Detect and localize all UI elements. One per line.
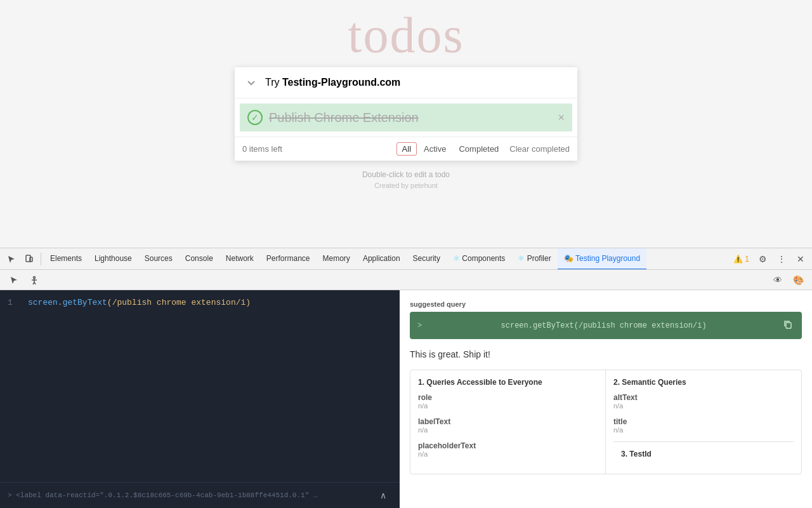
device-toggle-button[interactable] [20, 250, 38, 268]
queries-grid: 1. Queries Accessible to Everyone role n… [410, 370, 802, 474]
svg-rect-7 [786, 323, 791, 328]
suggested-label: suggested query [410, 300, 802, 308]
title-query-item: title n/a [613, 417, 794, 434]
title-label: title [613, 417, 794, 426]
tab-lighthouse[interactable]: Lighthouse [88, 248, 138, 270]
tab-console[interactable]: Console [179, 248, 219, 270]
tab-components[interactable]: ⚛ Components [447, 248, 511, 270]
collapse-button[interactable]: ∧ [374, 486, 392, 504]
created-by-text: Created by petehunt [374, 182, 438, 189]
more-options-button[interactable]: ⋮ [773, 250, 790, 268]
svg-rect-1 [30, 257, 32, 262]
role-query-item: role n/a [418, 393, 598, 410]
warning-badge[interactable]: ⚠️ 1 [730, 253, 752, 265]
components-icon: ⚛ [453, 254, 460, 263]
pointer-icon [10, 276, 18, 284]
role-value: n/a [418, 402, 598, 410]
devtools-toolbar: Elements Lighthouse Sources Console Netw… [0, 248, 812, 270]
banner-text: Try Testing-Playground.com [265, 77, 400, 88]
code-content: screen.getByText(/publish chrome extensi… [28, 298, 251, 307]
testid-title: 3. TestId [621, 450, 786, 458]
device-icon [25, 255, 34, 264]
devtools-panel: Elements Lighthouse Sources Console Netw… [0, 248, 812, 508]
query-column-2: 2. Semantic Queries altText n/a title n/… [606, 370, 801, 474]
warning-icon: ⚠️ [733, 255, 743, 264]
toolbar-right: ⚠️ 1 ⚙ ⋮ ✕ [730, 250, 809, 268]
labeltext-query-item: labelText n/a [418, 417, 598, 434]
labeltext-value: n/a [418, 426, 598, 434]
query-column-1: 1. Queries Accessible to Everyone role n… [410, 370, 606, 474]
filter-active-button[interactable]: Active [418, 142, 452, 156]
select-element-button[interactable] [5, 271, 23, 289]
tab-sources[interactable]: Sources [138, 248, 179, 270]
close-devtools-button[interactable]: ✕ [792, 250, 809, 268]
copy-icon [783, 319, 793, 330]
cursor-icon [7, 255, 16, 264]
settings-button[interactable]: ⚙ [754, 250, 771, 268]
ship-text: This is great. Ship it! [410, 349, 802, 359]
accessibility-button[interactable] [25, 271, 43, 289]
col1-title: 1. Queries Accessible to Everyone [418, 378, 598, 387]
results-panel: suggested query > screen.getByText(/publ… [400, 290, 812, 508]
playground-banner[interactable]: Try Testing-Playground.com [235, 67, 577, 98]
eye-button[interactable]: 👁 [769, 271, 787, 289]
query-prompt: > [417, 321, 422, 330]
alttext-value: n/a [613, 402, 794, 410]
profiler-icon: ⚛ [518, 254, 525, 263]
check-icon: ✓ [247, 110, 263, 125]
filter-completed-button[interactable]: Completed [453, 142, 504, 156]
items-left-count: 0 items left [242, 144, 391, 154]
suggested-query-section: suggested query > screen.getByText(/publ… [410, 300, 802, 339]
labeltext-label: labelText [418, 417, 598, 426]
color-button[interactable]: 🎨 [789, 271, 807, 289]
role-label: role [418, 393, 598, 402]
copy-query-button[interactable] [782, 318, 794, 333]
accessibility-icon [30, 276, 39, 284]
code-arg: (/publish chrome extension/i) [107, 298, 251, 307]
chevron-down-icon [245, 76, 258, 89]
clear-completed-button[interactable]: Clear completed [509, 144, 570, 154]
code-status-bar: > <label data-reactid=".0.1.2.$8c18c665-… [0, 482, 400, 508]
code-method: getByText [63, 298, 107, 307]
code-panel: 1 screen.getByText(/publish chrome exten… [0, 290, 400, 508]
placeholdertext-query-item: placeholderText n/a [418, 441, 598, 458]
placeholdertext-label: placeholderText [418, 441, 598, 450]
tab-performance[interactable]: Performance [260, 248, 317, 270]
query-text: screen.getByText(/publish chrome extensi… [501, 321, 707, 330]
divider [41, 253, 41, 265]
app-area: todos Try Testing-Playground.com ✓ Publi… [0, 0, 812, 248]
query-box: > screen.getByText(/publish chrome exten… [410, 312, 802, 339]
inspect-element-button[interactable] [3, 250, 20, 268]
tab-memory[interactable]: Memory [317, 248, 357, 270]
todo-item: ✓ Publish Chrome Extension × [240, 104, 572, 131]
code-screen: screen [28, 298, 58, 307]
tab-elements[interactable]: Elements [44, 248, 88, 270]
status-bar-text: > <label data-reactid=".0.1.2.$8c18c665-… [8, 491, 317, 499]
placeholdertext-value: n/a [418, 450, 598, 458]
tab-network[interactable]: Network [219, 248, 260, 270]
todo-footer: 0 items left All Active Completed Clear … [235, 137, 577, 161]
col2-title: 2. Semantic Queries [613, 378, 794, 387]
svg-point-2 [34, 276, 36, 278]
alttext-label: altText [613, 393, 794, 402]
svg-line-6 [34, 282, 36, 284]
testing-playground-icon: 🎭 [564, 254, 573, 263]
todo-card: Try Testing-Playground.com ✓ Publish Chr… [235, 67, 577, 161]
testid-section: 3. TestId [613, 441, 794, 466]
filter-all-button[interactable]: All [396, 142, 417, 156]
code-line-1: 1 screen.getByText(/publish chrome exten… [8, 298, 392, 307]
tab-testing-playground[interactable]: 🎭 Testing Playground [558, 248, 646, 270]
delete-todo-button[interactable]: × [558, 111, 565, 124]
tab-application[interactable]: Application [357, 248, 407, 270]
tab-profiler[interactable]: ⚛ Profiler [511, 248, 557, 270]
line-number: 1 [8, 298, 20, 307]
alttext-query-item: altText n/a [613, 393, 794, 410]
filter-buttons: All Active Completed [396, 142, 505, 156]
devtools-subtoolbar: 👁 🎨 [0, 270, 812, 290]
app-title: todos [348, 6, 464, 64]
devtools-content: 1 screen.getByText(/publish chrome exten… [0, 290, 812, 508]
tab-security[interactable]: Security [407, 248, 447, 270]
title-value: n/a [613, 426, 794, 434]
hint-text: Double-click to edit a todo [362, 170, 450, 179]
todo-text: Publish Chrome Extension [269, 110, 551, 125]
